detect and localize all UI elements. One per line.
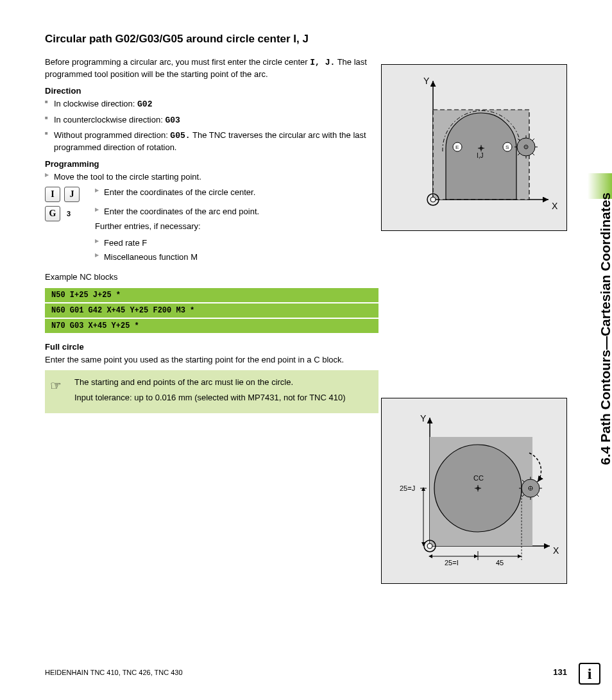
page-title: Circular path G02/G03/G05 around circle … (45, 32, 378, 46)
info-icon: i (579, 663, 600, 685)
note-box: ☞ The starting and end points of the arc… (45, 370, 378, 413)
programming-step: Move the tool to the circle starting poi… (45, 171, 378, 183)
svg-text:E: E (455, 144, 459, 150)
pointing-hand-icon: ☞ (50, 377, 62, 395)
section-title-vertical: 6.4 Path Contours—Cartesian Coordinates (598, 192, 612, 465)
nc-block: N50 I+25 J+25 * (45, 288, 378, 302)
svg-line-52 (537, 495, 539, 497)
footer-text: HEIDENHAIN TNC 410, TNC 426, TNC 430 (45, 669, 183, 676)
svg-point-60 (427, 543, 432, 549)
svg-text:S: S (506, 144, 509, 150)
figure-arc-diagram: X Y I,J E S (381, 64, 567, 231)
direction-list: In clockwise direction: G02 In countercl… (45, 98, 378, 153)
svg-text:X: X (552, 201, 558, 211)
key-j: J (64, 187, 80, 202)
nc-block: N60 G01 G42 X+45 Y+25 F200 M3 * (45, 303, 378, 318)
svg-point-27 (430, 197, 436, 202)
svg-text:X: X (553, 545, 559, 556)
svg-text:25=J: 25=J (400, 484, 415, 492)
svg-text:Y: Y (423, 76, 430, 86)
direction-heading: Direction (45, 86, 378, 96)
svg-text:I,J: I,J (477, 152, 484, 159)
svg-text:25=I: 25=I (445, 559, 459, 567)
page-number: 131 (553, 667, 567, 677)
fullcircle-text: Enter the same point you used as the sta… (45, 354, 378, 366)
example-label: Example NC blocks (45, 271, 378, 283)
svg-text:CC: CC (473, 474, 484, 482)
key-row-g: G 3 Enter the coordinates of the arc end… (45, 206, 378, 265)
svg-line-19 (532, 153, 534, 155)
nc-block: N70 G03 X+45 Y+25 * (45, 319, 378, 333)
intro-paragraph: Before programming a circular arc, you m… (45, 56, 378, 80)
programming-heading: Programming (45, 159, 378, 169)
key-g-badge: 3 (67, 210, 71, 218)
nc-blocks: N50 I+25 J+25 * N60 G01 G42 X+45 Y+25 F2… (45, 288, 378, 333)
key-i: I (45, 187, 60, 202)
key-row-ij: I J Enter the coordinates of the circle … (45, 187, 378, 202)
figure-fullcircle-diagram: X Y CC 25=J 25=I 45 (381, 398, 567, 584)
fullcircle-heading: Full circle (45, 342, 378, 352)
svg-text:Y: Y (420, 413, 427, 423)
key-g: G (45, 206, 60, 221)
svg-text:45: 45 (496, 559, 504, 567)
svg-line-21 (532, 139, 534, 141)
